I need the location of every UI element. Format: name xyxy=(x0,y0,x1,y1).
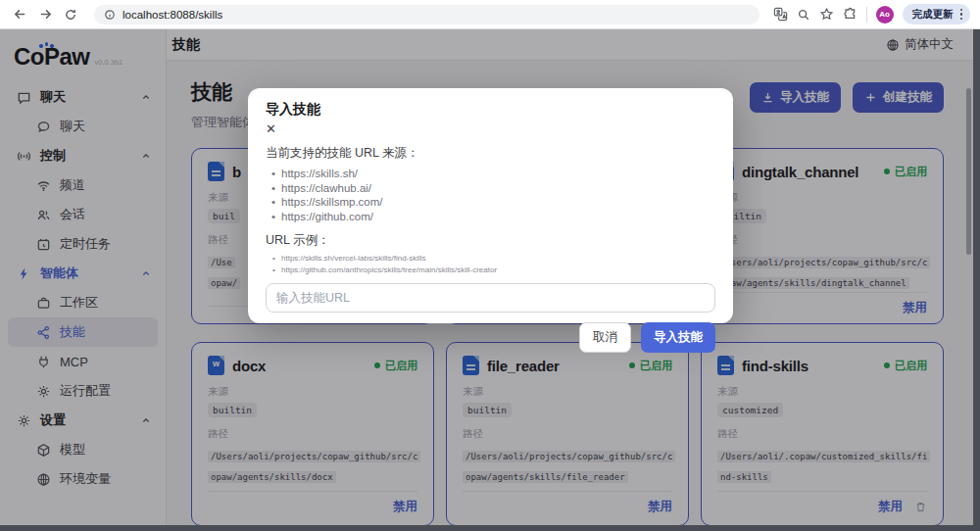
chrome-update-button[interactable]: 完成更新 xyxy=(903,4,971,24)
supported-sources-list: https://skills.sh/ https://clawhub.ai/ h… xyxy=(266,167,715,223)
url-text: localhost:8088/skills xyxy=(122,9,222,21)
forward-icon[interactable] xyxy=(35,5,55,24)
translate-icon[interactable] xyxy=(773,7,788,22)
reload-icon[interactable] xyxy=(61,5,80,24)
bookmark-star-icon[interactable] xyxy=(819,7,834,22)
search-zoom-icon[interactable] xyxy=(797,8,810,22)
extensions-icon[interactable] xyxy=(843,7,858,22)
source-url: https://skills.sh/ xyxy=(266,167,715,181)
import-skill-modal: 导入技能 ✕ 当前支持的技能 URL 来源： https://skills.sh… xyxy=(248,88,733,323)
source-url: https://github.com/ xyxy=(266,210,715,224)
address-bar[interactable]: localhost:8088/skills xyxy=(94,5,760,24)
browser-chrome: localhost:8088/skills Ao 完成更新 xyxy=(0,0,980,29)
source-url: https://clawhub.ai/ xyxy=(266,181,715,196)
scrollbar-thumb[interactable] xyxy=(966,88,971,255)
example-url: https://github.com/anthropics/skills/tre… xyxy=(266,265,715,276)
back-icon[interactable] xyxy=(10,5,29,24)
supported-sources-label: 当前支持的技能 URL 来源： xyxy=(266,145,715,162)
toolbar-divider xyxy=(866,7,867,23)
example-url: https://skills.sh/vercel-labs/skills/fin… xyxy=(266,253,715,265)
cancel-button[interactable]: 取消 xyxy=(579,322,631,353)
url-examples-list: https://skills.sh/vercel-labs/skills/fin… xyxy=(266,253,715,276)
modal-title: 导入技能 xyxy=(266,101,715,119)
close-icon[interactable]: ✕ xyxy=(266,122,281,135)
site-info-icon[interactable] xyxy=(104,9,116,21)
skill-url-input[interactable] xyxy=(266,283,715,313)
url-examples-label: URL 示例： xyxy=(266,232,715,249)
profile-avatar[interactable]: Ao xyxy=(876,6,894,24)
confirm-import-button[interactable]: 导入技能 xyxy=(641,322,715,353)
chrome-menu-icon[interactable] xyxy=(958,9,965,21)
chrome-toolbar: Ao 完成更新 xyxy=(773,4,971,24)
chrome-update-label: 完成更新 xyxy=(912,8,954,22)
source-url: https://skillsmp.com/ xyxy=(266,195,715,210)
